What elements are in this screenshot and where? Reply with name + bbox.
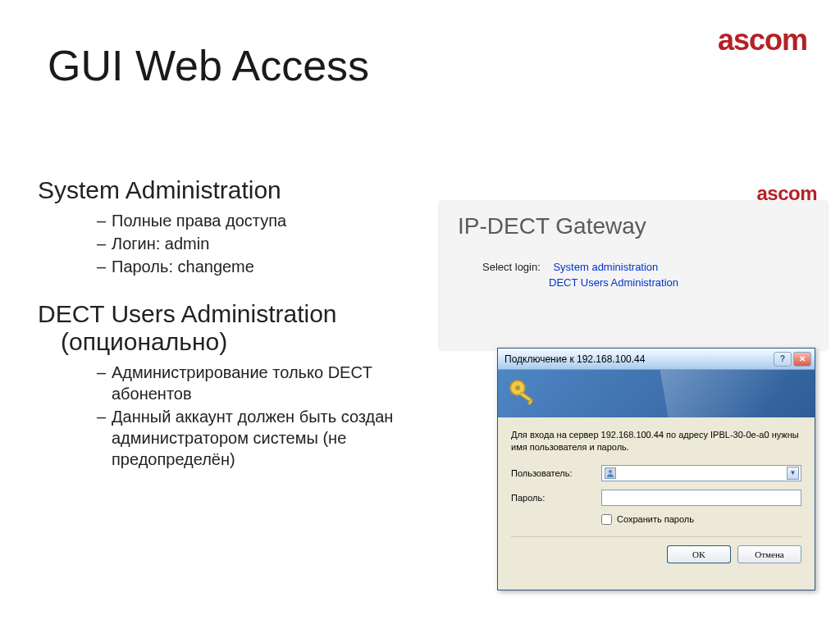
password-input[interactable] (601, 490, 801, 506)
bullet-item: Администрирование только DECT абонентов (97, 362, 407, 404)
help-button[interactable]: ? (774, 352, 792, 367)
bullet-item: Логин: admin (97, 233, 407, 254)
gateway-webpage: ascom IP-DECT Gateway Select login: Syst… (440, 202, 827, 349)
auth-dialog: Подключение к 192.168.100.44 ? ✕ Для вхо… (497, 348, 815, 590)
section1-heading: System Administration (38, 176, 407, 205)
section2-heading-line1: DECT Users Administration (38, 300, 337, 327)
ok-button[interactable]: OK (667, 545, 731, 563)
username-label: Пользователь: (511, 468, 601, 478)
gateway-logo: ascom (756, 182, 817, 205)
bullet-item: Полные права доступа (97, 210, 407, 231)
text-column: System Administration Полные права досту… (38, 176, 407, 493)
section2-bullets: Администрирование только DECT абонентов … (38, 362, 407, 470)
section2-heading: DECT Users Administration (опционально) (38, 300, 407, 357)
close-icon: ✕ (799, 354, 806, 363)
brand-logo: ascom (718, 23, 807, 57)
gateway-title: IP-DECT Gateway (458, 213, 827, 239)
save-password-label: Сохранить пароль (617, 514, 694, 524)
bullet-item: Данный аккаунт должен быть создан админи… (97, 406, 407, 470)
section1-bullets: Полные права доступа Логин: admin Пароль… (38, 210, 407, 277)
dialog-titlebar[interactable]: Подключение к 192.168.100.44 ? ✕ (498, 349, 815, 370)
keys-icon (506, 376, 539, 409)
user-avatar-icon (605, 467, 616, 479)
chevron-down-icon[interactable]: ▼ (787, 467, 799, 480)
section2-heading-line2: (опционально) (38, 328, 407, 357)
link-system-administration[interactable]: System administration (553, 261, 658, 273)
slide-title: GUI Web Access (48, 41, 369, 90)
password-label: Пароль: (511, 493, 601, 503)
svg-point-1 (515, 385, 520, 390)
close-button[interactable]: ✕ (793, 352, 811, 367)
svg-point-4 (609, 470, 612, 473)
bullet-item: Пароль: changeme (97, 256, 407, 277)
dialog-banner (498, 370, 815, 417)
cancel-button[interactable]: Отмена (737, 545, 801, 563)
dialog-message: Для входа на сервер 192.168.100.44 по ад… (511, 429, 801, 454)
link-dect-users-administration[interactable]: DECT Users Administration (549, 276, 827, 289)
username-combobox[interactable]: ▼ (601, 465, 801, 481)
save-password-checkbox[interactable] (601, 514, 612, 525)
select-login-label: Select login: (482, 261, 541, 273)
dialog-title: Подключение к 192.168.100.44 (504, 353, 772, 365)
select-login-row: Select login: System administration (482, 261, 827, 273)
